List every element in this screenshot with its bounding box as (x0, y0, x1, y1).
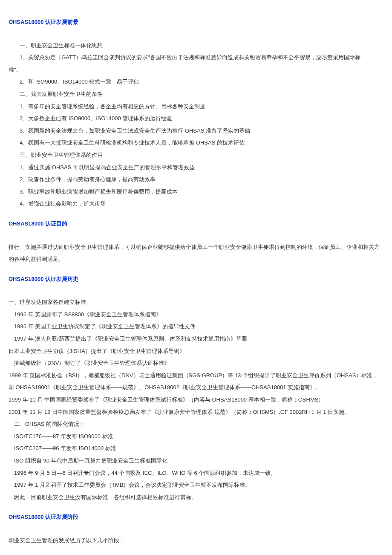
history-line: 日本工业安全卫生协议（JISHA）提出了《职业安全卫生管理体系导则》 (9, 345, 383, 358)
prospects-line: 1、有多年的安全管理系统经验，各企业均有相应的方针、目标各种安全制度 (9, 101, 383, 113)
prospects-line: 3、职业事故和职业病能增加财产损失和医疗补偿费用，提高成本 (9, 186, 383, 198)
history-line: 挪威船级社（DNV）制订了《职业安全卫生管理体系认证标准》 (9, 357, 383, 370)
heading-purpose: OHSAS18000 认证目的 (9, 218, 383, 230)
history-line: 1999 年 英国标准协会（BSI），挪威船级社（DNV）瑞士通用验证集团（SG… (9, 370, 383, 394)
prospects-line: 1、关贸总协定（GATT）乌拉圭回合谈判协议的要求"各国不应由于法规和标准差异而… (9, 52, 383, 64)
history-line: 1996 年 9 月 5 日—6 日召开专门会议，44 个国家及 IEC、ILO… (9, 467, 383, 480)
prospects-line: 4、我国有一大批职业安全卫生科研检测机构和专业技术人员，能够承担 OHSAS 的… (9, 137, 383, 149)
history-line: ISO 组织自 90 年代中后期一直努力把职业安全卫生标准国际化 (9, 455, 383, 467)
prospects-line: 1、通过实施 OHSAS 可以明显提高企业安全生产的管理水平和管理效益 (9, 162, 383, 174)
prospects-line: 3、我国新的安全法规出台，如职业安全卫生法或安全生产法为推行 OHSAS 准备了… (9, 125, 383, 137)
history-line: 1999 年 10 月 中国国家经贸委颁布了《职业安全卫生管理体系试行标准》（内… (9, 394, 383, 406)
prospects-line: 一、职业安全卫生标准一体化思想 (9, 40, 383, 52)
heading-phases: OHSAS18000 认证发展阶段 (9, 511, 383, 523)
history-line: 2001 年 11 月 12 日中国国家质量监督检验检疫总局发布了《职业健康安全… (9, 406, 383, 419)
heading-prospects: OHSAS18000 认证发展前景 (9, 16, 383, 29)
prospects-line: 2、改善作业条件，提高劳动者身心健康，提高劳动效率 (9, 173, 383, 186)
history-line: 1996 年 美国工业卫生协议制定了《职业安全卫生管理体系》的指导性文件 (9, 321, 383, 333)
prospects-line: 2、大多数企业已有 ISO9000、ISO14000 管理体系的运行经验 (9, 113, 383, 125)
phases-line: 职业安全卫生管理的发展经历了以下几个阶段： (9, 535, 383, 547)
prospects-line: 二、我国发展职业安全卫生的条件 (9, 88, 383, 101)
prospects-line: 4、增强企业社会影响力，扩大市场 (9, 198, 383, 210)
history-line: 二、OHSAS 的国际化情况： (9, 418, 383, 431)
heading-history: OHSAS18000 认证发展历史 (9, 273, 383, 286)
history-line: 一、世界发达国家各自建立标准 (9, 296, 383, 309)
history-line: 1996 年 英国颁布了 BS8800《职业安全卫生管理体系指南》 (9, 309, 383, 321)
prospects-line: 准"。 (9, 64, 383, 76)
purpose-text: 推行、实施并通过认证职业安全卫生管理体系，可以确保企业能够提供给全体员工一个职业… (9, 241, 383, 266)
history-line: 1997 年 1 月又召开了技术工作委员会（TMB）会议，会议决定职业安全卫生暂… (9, 479, 383, 491)
history-line: 1997 年 澳大利亚/新西兰提出了《职业安全卫生管理体系原则、体系和支持技术通… (9, 333, 383, 345)
history-line: 因此，目前职业安全卫生没有国际标准，各组织可选择相应标准进行贯标。 (9, 491, 383, 504)
prospects-line: 2、和 ISO9000、ISO14000 模式一致，易于评估 (9, 76, 383, 88)
history-line: ISO/TC176——87 年发布 ISO9000 标准 (9, 431, 383, 443)
prospects-line: 三、职业安全卫生管理体系的作用 (9, 149, 383, 162)
history-line: ISO/TC207——96 年发布 ISO14000 标准 (9, 442, 383, 455)
phases-line: 50 年代：职业安全卫生管理的主要内容是控制有关人身受伤的意外，防止意外事故的再… (9, 553, 383, 555)
